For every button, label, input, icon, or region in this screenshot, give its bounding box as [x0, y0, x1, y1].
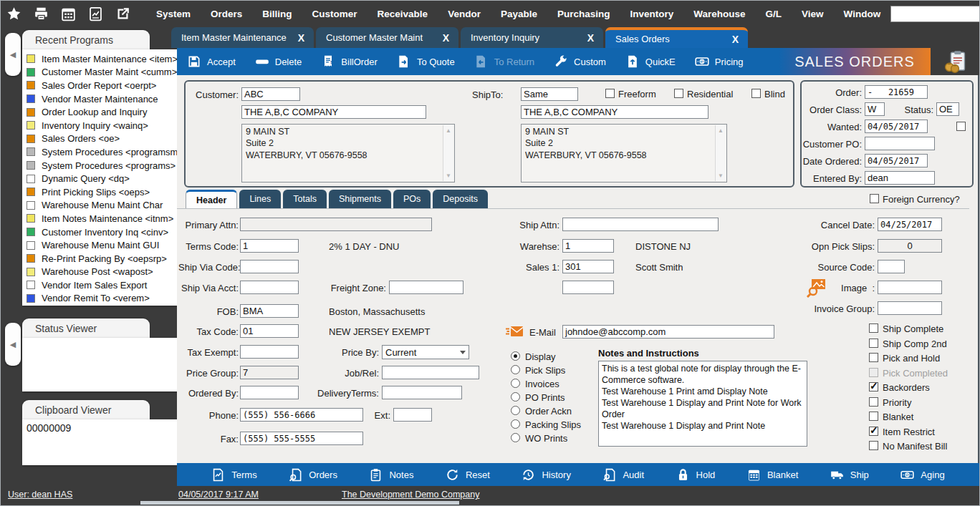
detail-tab-deposits[interactable]: Deposits [433, 190, 488, 208]
menu-inventory[interactable]: Inventory [620, 2, 683, 26]
menu-purchasing[interactable]: Purchasing [547, 2, 620, 26]
order-number-field[interactable] [865, 85, 928, 99]
custom-button[interactable]: Custom [554, 54, 606, 69]
list-item[interactable]: Customer Inventory Inq <cinv> [27, 225, 177, 239]
pricing-button[interactable]: $ Pricing [695, 54, 744, 69]
report-icon[interactable] [88, 6, 103, 21]
list-item[interactable]: Warehouse Menu Maint Char [27, 199, 177, 213]
fax-field[interactable] [240, 432, 363, 445]
menu-system[interactable]: System [146, 2, 201, 26]
foreign-currency-checkbox[interactable] [870, 194, 879, 203]
tab-inventory-inquiry[interactable]: Inventory Inquiry X [461, 27, 603, 48]
quicke-button[interactable]: QuickE [625, 54, 676, 69]
delivery-terms-field[interactable] [382, 386, 462, 399]
list-item[interactable]: System Procedures <programs> [27, 159, 177, 172]
phone-field[interactable] [240, 408, 363, 422]
audit-button[interactable]: Audit [602, 468, 644, 482]
date-ordered-field[interactable] [865, 154, 928, 167]
sidebar-collapse-button[interactable]: ◀ [5, 33, 21, 76]
sales2-field[interactable] [562, 281, 614, 294]
billorder-button[interactable]: $ BillOrder [321, 54, 378, 69]
status-field[interactable] [936, 102, 959, 116]
status-viewer-panel[interactable] [22, 338, 177, 391]
favorites-star-icon[interactable] [6, 6, 21, 21]
close-icon[interactable]: X [298, 32, 304, 44]
list-item[interactable]: Vendor Remit To <verem> [27, 292, 177, 306]
list-item[interactable]: Vendor Item Sales Export [27, 278, 177, 292]
image-field[interactable] [878, 281, 942, 294]
detail-tab-totals[interactable]: Totals [283, 190, 327, 208]
aging-button[interactable]: $ Aging [900, 468, 944, 482]
detail-tab-pos[interactable]: POs [393, 190, 431, 208]
ordered-by-field[interactable] [240, 386, 299, 399]
history-button[interactable]: History [522, 468, 570, 482]
list-item[interactable]: System Procedures <programsm> [27, 145, 177, 159]
source-code-field[interactable] [878, 260, 905, 273]
tab-customer-master-maint[interactable]: Customer Master Maint X [316, 27, 458, 48]
list-item[interactable]: Item Notes Maintenance <itnm> [27, 212, 177, 225]
ship-comp-2nd-checkbox[interactable] [869, 339, 878, 348]
close-icon[interactable]: X [732, 34, 739, 45]
scroll-up-icon[interactable]: ▲ [718, 127, 724, 134]
list-item[interactable]: Sales Orders <oe> [27, 132, 177, 146]
customer-address-field[interactable]: 9 MAIN ST Suite 2 WATERBURY, VT 05676-95… [241, 124, 455, 183]
menu-orders[interactable]: Orders [201, 2, 252, 26]
terms-code-field[interactable] [240, 239, 299, 253]
scroll-up-icon[interactable]: ▲ [446, 127, 451, 134]
scrollbar[interactable]: ▲▼ [443, 125, 453, 181]
blanket-button[interactable]: Blanket [747, 468, 798, 482]
clipboard-viewer-panel[interactable]: 00000009 [22, 419, 177, 465]
ship-via-code-field[interactable] [240, 260, 299, 273]
close-icon[interactable]: X [587, 32, 594, 44]
menu-view[interactable]: View [792, 2, 834, 26]
menu-customer[interactable]: Customer [302, 2, 368, 26]
backorders-checkbox[interactable] [869, 382, 878, 391]
blind-checkbox[interactable] [751, 89, 761, 98]
email-field[interactable] [562, 325, 774, 339]
scroll-down-icon[interactable]: ▼ [446, 172, 451, 179]
menu-receivable[interactable]: Receivable [368, 2, 438, 26]
menu-payable[interactable]: Payable [491, 2, 547, 26]
list-item[interactable]: Print Picking Slips <oeps> [27, 185, 177, 199]
open-pick-slips-field[interactable] [878, 239, 942, 253]
item-restrict-checkbox[interactable] [869, 427, 878, 436]
image-search-icon[interactable] [806, 278, 827, 298]
menu-warehouse[interactable]: Warehouse [683, 2, 755, 26]
shipto-name-field[interactable] [521, 105, 708, 119]
radio-packing-slips[interactable] [511, 419, 520, 429]
status-viewer-header[interactable]: Status Viewer [22, 318, 150, 338]
shipto-code-field[interactable] [521, 87, 578, 101]
fob-field[interactable] [240, 304, 299, 318]
sales1-field[interactable] [562, 260, 614, 273]
menu-window[interactable]: Window [834, 2, 891, 26]
customer-name-field[interactable] [241, 105, 426, 119]
statusbar-company-link[interactable]: The Development Demo Company [342, 490, 479, 500]
no-manifest-bill-checkbox[interactable] [869, 441, 878, 450]
cancel-date-field[interactable] [878, 218, 942, 231]
menu-billing[interactable]: Billing [252, 2, 302, 26]
search-input[interactable] [890, 6, 980, 22]
open-window-icon[interactable] [115, 6, 130, 21]
status-viewer-collapse-button[interactable]: ◀ [5, 323, 21, 366]
terms-button[interactable]: Terms [211, 468, 256, 482]
detail-tab-header[interactable]: Header [186, 190, 237, 208]
blanket-checkbox[interactable] [869, 412, 878, 421]
scroll-down-icon[interactable]: ▼ [718, 172, 724, 179]
radio-display[interactable] [511, 351, 520, 361]
freight-zone-field[interactable] [389, 281, 463, 294]
delete-button[interactable]: Delete [255, 54, 302, 69]
calendar-icon[interactable] [61, 6, 76, 21]
ship-complete-checkbox[interactable] [869, 323, 878, 333]
menu-vendor[interactable]: Vendor [438, 2, 491, 26]
menu-gl[interactable]: G/L [756, 2, 792, 26]
order-class-field[interactable] [865, 102, 885, 116]
entered-by-field[interactable] [865, 171, 935, 185]
residential-checkbox[interactable] [674, 89, 683, 98]
priority-checkbox[interactable] [869, 397, 878, 407]
horizontal-scrollbar[interactable] [140, 501, 459, 505]
list-item[interactable]: Warehouse Post <wapost> [27, 266, 177, 279]
list-item[interactable]: Customer Master Maint <cumm> [27, 66, 177, 79]
list-item[interactable]: Dynamic Query <dq> [27, 172, 177, 185]
job-rel-field[interactable] [382, 366, 479, 379]
ship-attn-field[interactable] [562, 218, 719, 231]
